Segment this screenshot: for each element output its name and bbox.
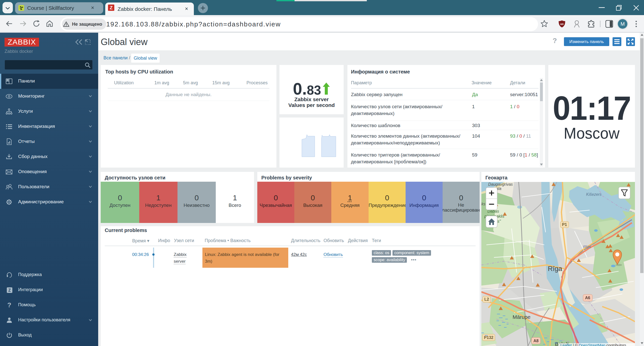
svg-text:A6: A6 — [585, 296, 590, 300]
svg-text:Kišezers: Kišezers — [586, 192, 601, 197]
svg-text:Rīga: Rīga — [583, 244, 591, 249]
svg-text:P132: P132 — [484, 335, 493, 340]
svg-text:Mārupe: Mārupe — [513, 314, 530, 320]
svg-text:L2: L2 — [484, 297, 489, 301]
svg-text:Leaflet | © OpenStreetMap cont: Leaflet | © OpenStreetMap contributors — [560, 343, 626, 346]
svg-text:P1: P1 — [562, 222, 567, 227]
svg-text:Z: Z — [8, 288, 11, 292]
svg-text:Rīga: Rīga — [548, 265, 562, 273]
svg-text:A8: A8 — [533, 339, 539, 343]
svg-text:?: ? — [7, 302, 11, 308]
svg-text:ks: ks — [481, 202, 485, 206]
svg-text:Daugavgrivas: Daugavgrivas — [488, 182, 513, 186]
svg-text:uo: uo — [560, 22, 564, 25]
